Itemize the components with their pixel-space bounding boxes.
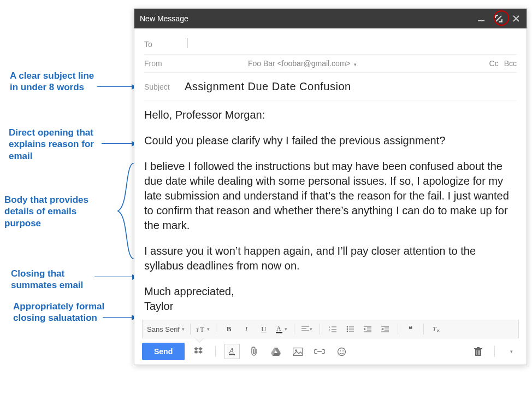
send-button[interactable]: Send: [142, 343, 185, 360]
arrow-salutation: [103, 317, 137, 318]
anno-closing: Closing that summates email: [11, 268, 104, 291]
separator: [294, 324, 294, 335]
align-icon[interactable]: ▾: [300, 322, 314, 336]
svg-point-44: [342, 350, 344, 351]
bold-icon[interactable]: B: [222, 322, 236, 336]
formatting-toggle-icon[interactable]: A: [224, 344, 240, 359]
svg-point-41: [295, 349, 297, 351]
text-color-icon[interactable]: A ▾: [274, 322, 288, 336]
close-icon[interactable]: [511, 14, 521, 24]
chevron-down-icon: ▾: [285, 326, 287, 332]
remove-formatting-icon[interactable]: T✕: [429, 322, 444, 336]
svg-point-17: [347, 331, 348, 332]
numbered-list-icon[interactable]: 1 2: [326, 322, 340, 336]
chevron-down-icon: ▾: [182, 326, 185, 332]
svg-text:T: T: [200, 325, 204, 333]
subject-row[interactable]: Subject Assignment Due Date Confusion: [144, 73, 517, 101]
body-signoff: Much appreciated, Taylor: [144, 284, 517, 314]
cc-bcc-group: Cc Bcc: [489, 59, 517, 68]
email-body[interactable]: Hello, Professor Morgan: Could you pleas…: [134, 101, 527, 320]
dropbox-icon[interactable]: [191, 344, 206, 359]
more-options-icon[interactable]: ▾: [504, 344, 519, 359]
indent-more-icon[interactable]: [378, 322, 392, 336]
svg-point-42: [338, 348, 345, 355]
window-controls: [476, 14, 521, 24]
svg-rect-36: [229, 354, 235, 355]
bullet-list-icon[interactable]: [343, 322, 357, 336]
svg-text:✕: ✕: [436, 329, 440, 333]
anno-body: Body that provides details of emails pur…: [4, 194, 108, 229]
subject-label: Subject: [144, 83, 182, 91]
font-name-label: Sans Serif: [147, 325, 180, 333]
anno-salutation: Appropriately formal closing saluatation: [13, 301, 111, 324]
photo-icon[interactable]: [290, 344, 305, 359]
svg-text:A: A: [276, 325, 281, 332]
bcc-button[interactable]: Bcc: [504, 59, 517, 68]
subject-input[interactable]: Assignment Due Date Confusion: [182, 80, 351, 93]
separator: [190, 324, 191, 335]
header-fields: To From Foo Bar <foobar@gmail.com> ▾ Cc …: [134, 28, 527, 101]
italic-icon[interactable]: I: [239, 322, 253, 336]
chevron-down-icon: ▾: [310, 326, 312, 332]
svg-text:2: 2: [329, 329, 330, 331]
svg-marker-31: [194, 347, 198, 350]
svg-marker-33: [194, 350, 198, 354]
body-greeting: Hello, Professor Morgan:: [144, 108, 517, 122]
body-para2: I assure you it won’t happen again, and …: [144, 244, 517, 273]
signature-name: Taylor: [144, 300, 173, 312]
curly-brace: [114, 163, 135, 259]
svg-rect-46: [474, 348, 482, 349]
from-dropdown-icon[interactable]: ▾: [353, 62, 357, 67]
svg-rect-47: [477, 347, 480, 348]
separator: [216, 324, 216, 335]
svg-marker-20: [364, 328, 366, 330]
separator: [423, 324, 424, 335]
svg-point-13: [347, 326, 348, 328]
trash-icon[interactable]: [470, 344, 486, 359]
to-label: To: [144, 40, 182, 49]
body-para1: I believe I followed the instructions bu…: [144, 159, 517, 233]
svg-text:A: A: [229, 347, 234, 355]
separator: [398, 324, 398, 335]
formatting-toolbar: Sans Serif ▾ TT ▾ B I U A ▾ ▾ 1 2: [142, 320, 519, 338]
signoff-text: Much appreciated,: [144, 285, 234, 297]
underline-icon[interactable]: U: [257, 322, 271, 336]
from-label: From: [144, 59, 182, 68]
svg-point-15: [347, 329, 348, 330]
separator: [320, 324, 320, 335]
svg-point-43: [340, 350, 341, 351]
anno-subject: A clear subject line in under 8 words: [10, 70, 103, 93]
cc-button[interactable]: Cc: [489, 59, 499, 68]
svg-rect-40: [293, 348, 303, 355]
minimize-icon[interactable]: [476, 14, 486, 24]
arrow-subject: [97, 86, 137, 87]
arrow-closing: [94, 277, 137, 277]
attach-icon[interactable]: [246, 344, 262, 359]
from-row[interactable]: From Foo Bar <foobar@gmail.com> ▾ Cc Bcc: [144, 55, 517, 73]
from-value[interactable]: Foo Bar <foobar@gmail.com> ▾: [182, 59, 489, 68]
quote-icon[interactable]: ❝: [404, 322, 418, 336]
separator: [494, 346, 495, 357]
titlebar[interactable]: New Message: [134, 9, 527, 28]
to-row[interactable]: To: [144, 34, 517, 55]
emoji-icon[interactable]: [334, 344, 349, 359]
link-icon[interactable]: [312, 344, 327, 359]
svg-marker-34: [198, 350, 203, 354]
font-size-icon[interactable]: TT ▾: [196, 322, 210, 336]
svg-rect-4: [276, 332, 282, 333]
font-family-selector[interactable]: Sans Serif ▾: [147, 325, 185, 333]
arrow-opening: [102, 143, 137, 144]
compose-window: New Message To From Foo Bar: [134, 8, 527, 365]
to-input[interactable]: [182, 38, 517, 50]
action-bar: Send A ▾: [134, 338, 527, 365]
svg-text:T: T: [196, 328, 199, 333]
svg-marker-32: [198, 347, 203, 350]
indent-less-icon[interactable]: [360, 322, 375, 336]
separator: [215, 346, 216, 357]
from-email: Foo Bar <foobar@gmail.com>: [248, 59, 351, 68]
anno-opening: Direct opening that explains reason for …: [9, 127, 107, 162]
body-opening: Could you please clarify why I failed th…: [144, 133, 517, 148]
expand-icon[interactable]: [494, 14, 504, 24]
drive-icon[interactable]: [268, 344, 283, 359]
chevron-down-icon: ▾: [207, 326, 210, 332]
